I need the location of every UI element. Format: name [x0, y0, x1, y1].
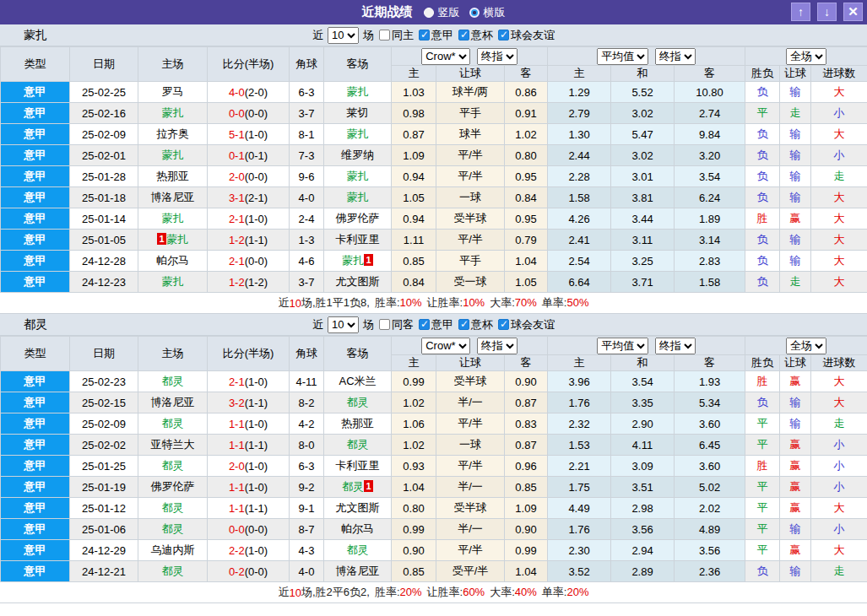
cup-filter[interactable]: 意杯 [455, 28, 493, 43]
league-cell: 意甲 [1, 145, 70, 166]
team-name-text: 都灵 [347, 396, 369, 408]
close-button[interactable]: ✕ [843, 3, 863, 21]
scope-select[interactable]: 全场 [786, 48, 826, 65]
halftime-score: (0-0) [245, 565, 268, 578]
avg-draw-odds: 3.71 [611, 272, 675, 293]
home-team-cell: 博洛尼亚 [138, 392, 208, 413]
bookmaker-select[interactable]: Crow* [421, 338, 470, 354]
col-header-home: 主场 [138, 337, 208, 371]
crow-away-odds: 0.96 [505, 456, 548, 477]
horizontal-layout-label[interactable]: 横版 [484, 5, 506, 20]
team-name-text: 蒙扎 [347, 127, 369, 140]
recent-count-select[interactable]: 10 [328, 316, 359, 333]
away-team-cell: 蒙扎 [324, 166, 392, 187]
move-down-button[interactable]: ↓ [817, 3, 837, 21]
score-cell: 2-0(0-0) [208, 166, 290, 187]
match-row: 意甲25-02-15博洛尼亚3-2(1-1)8-2都灵1.02半/一0.871.… [1, 392, 867, 413]
crow-away-odds: 1.09 [505, 498, 548, 519]
fulltime-score: 5-1 [229, 128, 245, 141]
fulltime-score: 1-1 [229, 481, 245, 494]
title-center: 近期战绩 竖版 横版 [0, 4, 867, 20]
team-name-text: 博洛尼亚 [151, 191, 195, 203]
corner-cell: 3-7 [290, 103, 324, 124]
stat-label: 单率: [542, 586, 567, 598]
team-name-text: 拉齐奥 [156, 127, 189, 140]
average-select[interactable]: 平均值 [597, 48, 648, 65]
same-venue-filter[interactable]: 同主 [376, 28, 414, 43]
cup-filter[interactable]: 意杯 [455, 317, 493, 332]
crow-home-odds: 1.04 [392, 477, 436, 498]
result-cell: 平 [745, 477, 780, 498]
team-name-text: 蒙扎 [166, 233, 188, 246]
recent-count-select[interactable]: 10 [328, 27, 359, 44]
bookmaker-period-select[interactable]: 终指 [477, 48, 517, 65]
bookmaker-period-select[interactable]: 终指 [477, 338, 517, 354]
vertical-layout-radio[interactable] [424, 8, 434, 18]
col-header-avg-away: 客 [675, 66, 745, 82]
horizontal-layout-radio[interactable] [469, 8, 480, 18]
away-team-cell: 都灵 [324, 435, 392, 456]
avg-away-odds: 5.02 [675, 477, 745, 498]
fulltime-score: 0-2 [229, 565, 245, 578]
bookmaker-select[interactable]: Crow* [421, 48, 470, 65]
summary-record: 场,胜2平6负2, [301, 585, 370, 600]
match-row: 意甲24-12-23蒙扎1-2(1-2)3-7尤文图斯0.84受一球1.056.… [1, 272, 867, 293]
crow-handicap: 一球 [436, 187, 505, 208]
result-cell: 平 [745, 519, 780, 540]
summary-stat: 单率:20% [542, 585, 589, 600]
corner-cell: 8-0 [290, 435, 324, 456]
same-venue-checkbox[interactable] [379, 30, 390, 41]
same-venue-filter[interactable]: 同客 [376, 317, 414, 332]
col-header-crow-home: 主 [392, 66, 436, 82]
halftime-score: (2-1) [245, 192, 268, 204]
cup-checkbox[interactable] [458, 30, 469, 41]
friendly-label: 球会友谊 [511, 317, 555, 332]
friendly-checkbox[interactable] [498, 319, 509, 330]
fulltime-score: 3-2 [229, 397, 245, 409]
match-row: 意甲25-02-25罗马4-0(2-0)6-3蒙扎1.03球半/两0.861.2… [1, 82, 867, 103]
team-name-text: 博洛尼亚 [336, 565, 380, 577]
same-venue-checkbox[interactable] [379, 319, 390, 330]
handicap-result-cell: 输 [780, 82, 811, 103]
avg-home-odds: 2.32 [548, 413, 611, 435]
average-select-group: 平均值 终指 [548, 337, 745, 355]
away-team-cell: 佛罗伦萨 [324, 208, 392, 230]
serie-a-filter[interactable]: 意甲 [415, 28, 453, 43]
date-cell: 25-02-16 [70, 103, 138, 124]
average-period-select[interactable]: 终指 [655, 338, 696, 354]
home-team-cell: 都灵 [138, 371, 208, 392]
avg-home-odds: 4.49 [548, 498, 611, 519]
home-team-cell: 热那亚 [138, 166, 208, 187]
scope-select[interactable]: 全场 [786, 338, 826, 354]
team-name-text: 热那亚 [156, 170, 189, 182]
move-up-button[interactable]: ↑ [791, 3, 810, 21]
serie-a-label: 意甲 [431, 317, 453, 332]
handicap-result-cell: 赢 [780, 208, 811, 230]
title-bar: 近期战绩 竖版 横版 ↑ ↓ ✕ [0, 0, 867, 24]
serie-a-checkbox[interactable] [419, 30, 430, 41]
vertical-layout-label[interactable]: 竖版 [438, 5, 460, 20]
average-select[interactable]: 平均值 [597, 338, 648, 354]
home-team-cell: 帕尔马 [138, 251, 208, 272]
crow-home-odds: 0.85 [392, 251, 436, 272]
serie-a-filter[interactable]: 意甲 [415, 317, 453, 332]
result-cell: 负 [745, 392, 780, 413]
serie-a-checkbox[interactable] [419, 319, 430, 330]
team-name-text: 蒙扎 [162, 275, 184, 288]
stat-label: 单率: [542, 296, 567, 309]
friendly-checkbox[interactable] [498, 30, 509, 41]
average-period-select[interactable]: 终指 [655, 48, 696, 65]
handicap-result-cell: 输 [780, 413, 811, 435]
stat-value: 10% [400, 296, 422, 309]
goals-cell: 小 [811, 477, 867, 498]
halftime-score: (0-0) [245, 107, 268, 120]
friendly-filter[interactable]: 球会友谊 [495, 317, 555, 332]
home-team-cell: 都灵 [138, 456, 208, 477]
away-team-cell: 都灵1 [324, 477, 392, 498]
away-team-cell: 蒙扎 [324, 124, 392, 145]
friendly-filter[interactable]: 球会友谊 [495, 28, 555, 43]
halftime-score: (2-0) [245, 86, 268, 99]
cup-checkbox[interactable] [458, 319, 469, 330]
score-cell: 1-1(1-1) [208, 435, 290, 456]
result-cell: 胜 [745, 208, 780, 230]
